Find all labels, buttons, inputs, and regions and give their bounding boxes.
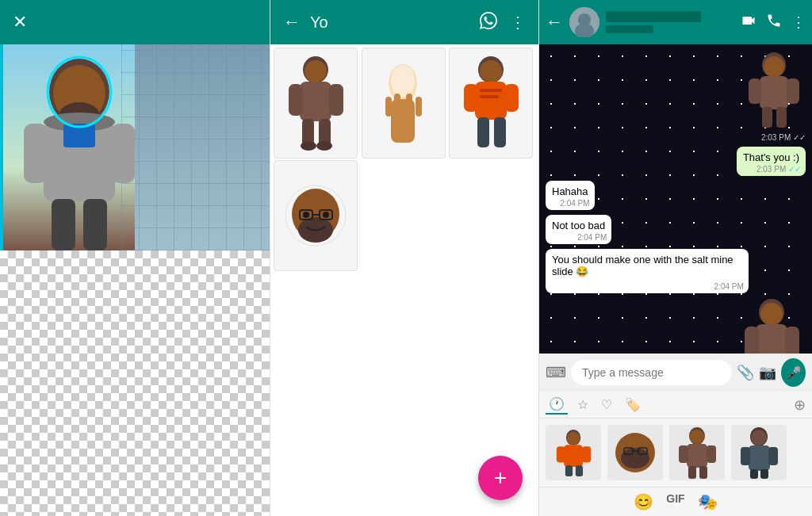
tray-sticker-1[interactable]: [546, 425, 601, 480]
more-options-icon[interactable]: ⋮: [510, 13, 526, 32]
svg-rect-14: [289, 84, 303, 116]
svg-point-81: [751, 430, 767, 445]
sticker-icon[interactable]: 🎭: [698, 492, 718, 511]
sticker-3-svg: [458, 55, 525, 151]
avatar[interactable]: [569, 7, 599, 37]
svg-rect-57: [745, 327, 759, 354]
svg-rect-52: [762, 107, 772, 128]
svg-rect-29: [475, 82, 507, 120]
svg-rect-24: [416, 97, 422, 117]
svg-rect-13: [300, 82, 331, 121]
message-text: Not too bad: [552, 220, 605, 231]
svg-rect-86: [760, 469, 768, 479]
svg-rect-63: [564, 445, 583, 467]
back-icon[interactable]: ←: [283, 12, 301, 32]
svg-rect-79: [699, 466, 707, 479]
svg-rect-66: [565, 465, 572, 476]
chat-back-icon[interactable]: ←: [546, 12, 563, 32]
gif-icon[interactable]: GIF: [666, 492, 684, 511]
stickers-header: ← Yo ⋮: [270, 0, 538, 44]
tray-tab-sticker[interactable]: 🏷️: [622, 396, 644, 414]
svg-rect-78: [688, 466, 696, 479]
sticker-1[interactable]: [274, 48, 358, 159]
svg-point-19: [316, 141, 332, 151]
svg-rect-75: [687, 444, 707, 468]
close-icon[interactable]: ✕: [13, 12, 27, 32]
mic-button[interactable]: 🎤: [781, 358, 806, 387]
svg-point-12: [304, 60, 327, 82]
message-input[interactable]: [571, 360, 732, 385]
message-hahaha: Hahaha 2:04 PM: [546, 181, 595, 210]
sticker-pack-panel: ← Yo ⋮: [270, 0, 539, 516]
tray-tabs: 🕐 ☆ ♡ 🏷️ ⊕: [539, 392, 812, 419]
svg-rect-64: [556, 446, 565, 462]
chat-input-area: ⌨ 📎 📷 🎤: [539, 354, 812, 392]
message-time: 2:04 PM: [560, 199, 589, 208]
sticker-4[interactable]: [274, 160, 358, 271]
svg-rect-31: [504, 84, 519, 112]
tray-add-button[interactable]: ⊕: [794, 396, 806, 414]
sticker-2-svg: [370, 55, 437, 151]
svg-point-21: [391, 65, 415, 97]
message-time: 2:03 PM ✓✓: [756, 165, 801, 174]
svg-rect-30: [464, 84, 478, 112]
sticker-time-1: 2:03 PM ✓✓: [742, 133, 806, 142]
svg-rect-26: [406, 94, 412, 105]
tray-tab-heart[interactable]: ♡: [598, 396, 615, 414]
editor-header: ✕: [0, 0, 270, 44]
tray-sticker-4[interactable]: [731, 425, 787, 480]
svg-rect-9: [83, 199, 107, 250]
svg-point-55: [760, 303, 783, 325]
svg-rect-51: [787, 78, 799, 104]
chat-sticker-out: » 2:08 PM ✓✓: [738, 298, 806, 354]
message-time: 2:04 PM: [577, 233, 607, 242]
sticker-2[interactable]: [362, 48, 446, 159]
sticker-in-chat-1: [742, 51, 806, 130]
svg-rect-85: [750, 469, 758, 479]
svg-point-42: [303, 212, 309, 218]
phone-icon[interactable]: [766, 13, 782, 32]
emoji-icon[interactable]: 😊: [634, 492, 653, 511]
sticker-editor-panel: ✕: [0, 0, 270, 516]
keyboard-icon[interactable]: ⌨: [546, 364, 566, 381]
svg-rect-25: [394, 94, 400, 105]
tray-tab-recent[interactable]: 🕐: [546, 395, 568, 415]
editor-canvas: [0, 44, 270, 516]
chat-messages: 2:03 PM ✓✓ That's you :) 2:03 PM ✓✓ Haha…: [539, 44, 812, 354]
video-call-icon[interactable]: [741, 13, 756, 32]
sticker-4-svg: [282, 182, 350, 250]
svg-rect-8: [52, 199, 75, 250]
svg-rect-50: [749, 78, 761, 104]
svg-rect-58: [785, 327, 799, 354]
chat-panel: ← ⋮: [539, 0, 812, 516]
more-options-icon[interactable]: ⋮: [791, 13, 806, 31]
whatsapp-icon[interactable]: [480, 12, 497, 33]
tray-sticker-4-svg: [737, 427, 781, 479]
sticker-tray: 🕐 ☆ ♡ 🏷️ ⊕: [539, 392, 812, 516]
svg-rect-33: [480, 95, 499, 98]
add-sticker-button[interactable]: +: [478, 456, 523, 500]
sticker-in-chat-2: [738, 298, 806, 354]
attachment-icon[interactable]: 📎: [737, 364, 754, 381]
pack-title: Yo: [310, 13, 470, 32]
message-salt-mine: You should make one with the salt mine s…: [546, 249, 749, 293]
svg-point-43: [323, 212, 329, 218]
message-time: 2:04 PM: [714, 282, 744, 291]
tray-sticker-2-svg: [614, 431, 657, 475]
tray-sticker-3[interactable]: [669, 425, 725, 480]
svg-rect-82: [749, 445, 770, 471]
camera-icon[interactable]: 📷: [759, 364, 776, 381]
message-text: That's you :): [743, 151, 799, 163]
svg-rect-49: [760, 76, 788, 109]
sticker-3[interactable]: [449, 48, 533, 159]
chat-name-bar: [606, 11, 701, 22]
svg-rect-35: [494, 117, 506, 147]
tray-sticker-1-svg: [552, 429, 596, 476]
tray-tab-starred[interactable]: ☆: [574, 396, 592, 414]
tray-bottom-icons: 😊 GIF 🎭: [539, 487, 812, 516]
sticker-1-svg: [282, 55, 350, 151]
chat-name-area: [606, 11, 734, 33]
svg-rect-15: [329, 84, 343, 116]
tray-sticker-2[interactable]: [607, 425, 663, 480]
chat-status-bar: [606, 25, 653, 33]
